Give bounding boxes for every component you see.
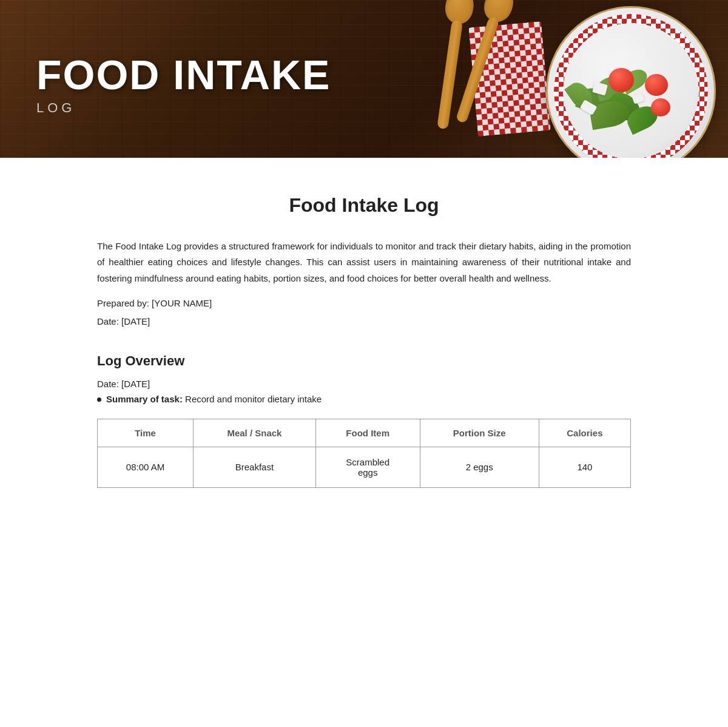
table-header-row: Time Meal / Snack Food Item Portion Size…	[98, 419, 631, 447]
header-title-area: FOOD INTAKE LOG	[0, 42, 331, 116]
header-image-area	[388, 0, 728, 158]
summary-bullet: Summary of task: Record and monitor diet…	[97, 394, 631, 404]
col-meal: Meal / Snack	[194, 419, 316, 447]
header-subtitle: LOG	[36, 100, 331, 116]
table-cell: 140	[539, 447, 630, 487]
salad-decoration	[560, 65, 681, 156]
table-cell: 2 eggs	[420, 447, 539, 487]
bullet-content: Record and monitor dietary intake	[185, 394, 322, 404]
plate-decoration	[546, 6, 716, 158]
bullet-text: Summary of task: Record and monitor diet…	[106, 394, 322, 404]
page-title: Food Intake Log	[97, 194, 631, 217]
overview-date: Date: [DATE]	[97, 379, 631, 389]
log-overview-heading: Log Overview	[97, 353, 631, 369]
intro-paragraph: The Food Intake Log provides a structure…	[97, 238, 631, 286]
bullet-icon	[97, 397, 101, 402]
header-banner: FOOD INTAKE LOG	[0, 0, 728, 158]
table-cell: Scrambledeggs	[315, 447, 420, 487]
col-time: Time	[98, 419, 194, 447]
header-title: FOOD INTAKE	[36, 54, 331, 95]
bullet-label: Summary of task:	[106, 394, 185, 404]
col-calories: Calories	[539, 419, 630, 447]
table-cell: 08:00 AM	[98, 447, 194, 487]
col-food-item: Food Item	[315, 419, 420, 447]
main-content: Food Intake Log The Food Intake Log prov…	[61, 158, 667, 512]
col-portion-size: Portion Size	[420, 419, 539, 447]
prepared-by-line: Prepared by: [YOUR NAME]	[97, 296, 631, 311]
table-cell: Breakfast	[194, 447, 316, 487]
food-intake-table: Time Meal / Snack Food Item Portion Size…	[97, 419, 631, 488]
date-line: Date: [DATE]	[97, 314, 631, 329]
table-row: 08:00 AMBreakfastScrambledeggs2 eggs140	[98, 447, 631, 487]
